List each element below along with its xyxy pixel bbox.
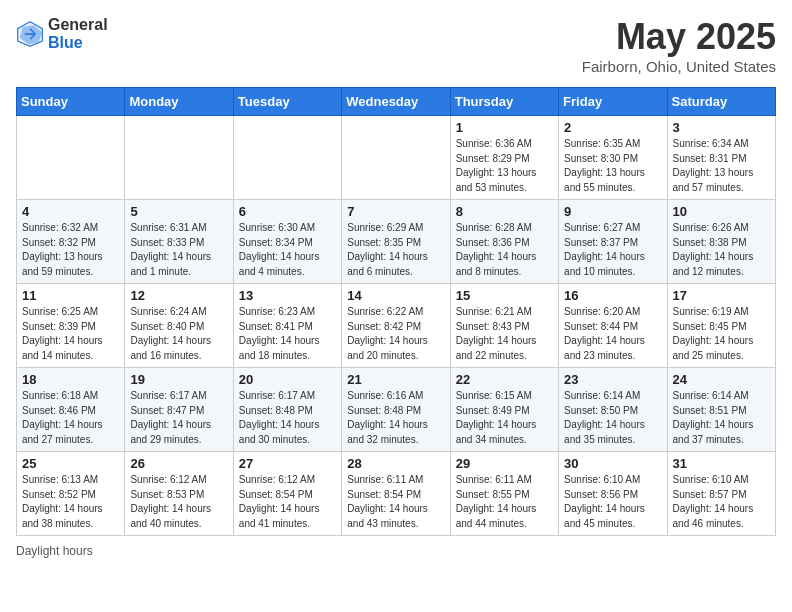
day-number: 13 <box>239 288 336 303</box>
page-subtitle: Fairborn, Ohio, United States <box>582 58 776 75</box>
day-info: Sunrise: 6:32 AM Sunset: 8:32 PM Dayligh… <box>22 221 119 279</box>
calendar-cell: 11Sunrise: 6:25 AM Sunset: 8:39 PM Dayli… <box>17 284 125 368</box>
day-number: 3 <box>673 120 770 135</box>
logo-blue: Blue <box>48 34 108 52</box>
day-info: Sunrise: 6:25 AM Sunset: 8:39 PM Dayligh… <box>22 305 119 363</box>
day-number: 28 <box>347 456 444 471</box>
day-number: 17 <box>673 288 770 303</box>
logo: General Blue <box>16 16 108 51</box>
daylight-label: Daylight hours <box>16 544 93 558</box>
calendar-cell <box>342 116 450 200</box>
day-info: Sunrise: 6:27 AM Sunset: 8:37 PM Dayligh… <box>564 221 661 279</box>
calendar-cell: 24Sunrise: 6:14 AM Sunset: 8:51 PM Dayli… <box>667 368 775 452</box>
calendar-cell: 25Sunrise: 6:13 AM Sunset: 8:52 PM Dayli… <box>17 452 125 536</box>
calendar-cell: 9Sunrise: 6:27 AM Sunset: 8:37 PM Daylig… <box>559 200 667 284</box>
calendar-cell: 4Sunrise: 6:32 AM Sunset: 8:32 PM Daylig… <box>17 200 125 284</box>
day-number: 29 <box>456 456 553 471</box>
day-info: Sunrise: 6:26 AM Sunset: 8:38 PM Dayligh… <box>673 221 770 279</box>
day-number: 26 <box>130 456 227 471</box>
calendar-cell: 7Sunrise: 6:29 AM Sunset: 8:35 PM Daylig… <box>342 200 450 284</box>
logo-text: General Blue <box>48 16 108 51</box>
day-info: Sunrise: 6:14 AM Sunset: 8:51 PM Dayligh… <box>673 389 770 447</box>
calendar-cell: 23Sunrise: 6:14 AM Sunset: 8:50 PM Dayli… <box>559 368 667 452</box>
calendar-cell: 12Sunrise: 6:24 AM Sunset: 8:40 PM Dayli… <box>125 284 233 368</box>
calendar-cell: 30Sunrise: 6:10 AM Sunset: 8:56 PM Dayli… <box>559 452 667 536</box>
day-number: 30 <box>564 456 661 471</box>
day-info: Sunrise: 6:17 AM Sunset: 8:47 PM Dayligh… <box>130 389 227 447</box>
calendar-cell: 13Sunrise: 6:23 AM Sunset: 8:41 PM Dayli… <box>233 284 341 368</box>
day-number: 8 <box>456 204 553 219</box>
title-block: May 2025 Fairborn, Ohio, United States <box>582 16 776 75</box>
calendar-cell <box>17 116 125 200</box>
calendar-col-thursday: Thursday <box>450 88 558 116</box>
calendar-cell: 20Sunrise: 6:17 AM Sunset: 8:48 PM Dayli… <box>233 368 341 452</box>
day-number: 2 <box>564 120 661 135</box>
day-info: Sunrise: 6:24 AM Sunset: 8:40 PM Dayligh… <box>130 305 227 363</box>
calendar-cell: 28Sunrise: 6:11 AM Sunset: 8:54 PM Dayli… <box>342 452 450 536</box>
calendar-col-saturday: Saturday <box>667 88 775 116</box>
day-info: Sunrise: 6:14 AM Sunset: 8:50 PM Dayligh… <box>564 389 661 447</box>
day-info: Sunrise: 6:35 AM Sunset: 8:30 PM Dayligh… <box>564 137 661 195</box>
calendar-cell: 26Sunrise: 6:12 AM Sunset: 8:53 PM Dayli… <box>125 452 233 536</box>
day-info: Sunrise: 6:36 AM Sunset: 8:29 PM Dayligh… <box>456 137 553 195</box>
logo-icon <box>16 20 44 48</box>
day-number: 27 <box>239 456 336 471</box>
day-number: 4 <box>22 204 119 219</box>
day-number: 22 <box>456 372 553 387</box>
day-info: Sunrise: 6:13 AM Sunset: 8:52 PM Dayligh… <box>22 473 119 531</box>
calendar-cell <box>233 116 341 200</box>
calendar-week-2: 4Sunrise: 6:32 AM Sunset: 8:32 PM Daylig… <box>17 200 776 284</box>
day-number: 25 <box>22 456 119 471</box>
calendar-cell: 16Sunrise: 6:20 AM Sunset: 8:44 PM Dayli… <box>559 284 667 368</box>
day-info: Sunrise: 6:34 AM Sunset: 8:31 PM Dayligh… <box>673 137 770 195</box>
day-number: 20 <box>239 372 336 387</box>
calendar-col-monday: Monday <box>125 88 233 116</box>
day-number: 19 <box>130 372 227 387</box>
day-info: Sunrise: 6:12 AM Sunset: 8:53 PM Dayligh… <box>130 473 227 531</box>
day-number: 10 <box>673 204 770 219</box>
day-info: Sunrise: 6:18 AM Sunset: 8:46 PM Dayligh… <box>22 389 119 447</box>
day-number: 18 <box>22 372 119 387</box>
calendar-footer: Daylight hours <box>16 544 776 558</box>
calendar-cell: 18Sunrise: 6:18 AM Sunset: 8:46 PM Dayli… <box>17 368 125 452</box>
calendar-col-sunday: Sunday <box>17 88 125 116</box>
calendar-cell: 15Sunrise: 6:21 AM Sunset: 8:43 PM Dayli… <box>450 284 558 368</box>
calendar-cell: 6Sunrise: 6:30 AM Sunset: 8:34 PM Daylig… <box>233 200 341 284</box>
calendar-cell: 17Sunrise: 6:19 AM Sunset: 8:45 PM Dayli… <box>667 284 775 368</box>
day-info: Sunrise: 6:17 AM Sunset: 8:48 PM Dayligh… <box>239 389 336 447</box>
day-info: Sunrise: 6:23 AM Sunset: 8:41 PM Dayligh… <box>239 305 336 363</box>
calendar-cell: 27Sunrise: 6:12 AM Sunset: 8:54 PM Dayli… <box>233 452 341 536</box>
calendar-week-1: 1Sunrise: 6:36 AM Sunset: 8:29 PM Daylig… <box>17 116 776 200</box>
page-title: May 2025 <box>582 16 776 58</box>
calendar-cell: 3Sunrise: 6:34 AM Sunset: 8:31 PM Daylig… <box>667 116 775 200</box>
day-info: Sunrise: 6:29 AM Sunset: 8:35 PM Dayligh… <box>347 221 444 279</box>
day-info: Sunrise: 6:12 AM Sunset: 8:54 PM Dayligh… <box>239 473 336 531</box>
calendar-header-row: SundayMondayTuesdayWednesdayThursdayFrid… <box>17 88 776 116</box>
calendar-cell <box>125 116 233 200</box>
calendar-cell: 14Sunrise: 6:22 AM Sunset: 8:42 PM Dayli… <box>342 284 450 368</box>
calendar-cell: 2Sunrise: 6:35 AM Sunset: 8:30 PM Daylig… <box>559 116 667 200</box>
day-number: 5 <box>130 204 227 219</box>
calendar-week-4: 18Sunrise: 6:18 AM Sunset: 8:46 PM Dayli… <box>17 368 776 452</box>
calendar-cell: 5Sunrise: 6:31 AM Sunset: 8:33 PM Daylig… <box>125 200 233 284</box>
day-info: Sunrise: 6:11 AM Sunset: 8:54 PM Dayligh… <box>347 473 444 531</box>
day-info: Sunrise: 6:10 AM Sunset: 8:56 PM Dayligh… <box>564 473 661 531</box>
day-info: Sunrise: 6:19 AM Sunset: 8:45 PM Dayligh… <box>673 305 770 363</box>
calendar-week-5: 25Sunrise: 6:13 AM Sunset: 8:52 PM Dayli… <box>17 452 776 536</box>
day-info: Sunrise: 6:28 AM Sunset: 8:36 PM Dayligh… <box>456 221 553 279</box>
day-info: Sunrise: 6:16 AM Sunset: 8:48 PM Dayligh… <box>347 389 444 447</box>
page-header: General Blue May 2025 Fairborn, Ohio, Un… <box>16 16 776 75</box>
day-number: 16 <box>564 288 661 303</box>
day-info: Sunrise: 6:22 AM Sunset: 8:42 PM Dayligh… <box>347 305 444 363</box>
day-number: 7 <box>347 204 444 219</box>
day-number: 14 <box>347 288 444 303</box>
calendar-col-wednesday: Wednesday <box>342 88 450 116</box>
day-number: 31 <box>673 456 770 471</box>
logo-general: General <box>48 16 108 34</box>
day-info: Sunrise: 6:15 AM Sunset: 8:49 PM Dayligh… <box>456 389 553 447</box>
day-info: Sunrise: 6:11 AM Sunset: 8:55 PM Dayligh… <box>456 473 553 531</box>
day-number: 12 <box>130 288 227 303</box>
calendar-cell: 19Sunrise: 6:17 AM Sunset: 8:47 PM Dayli… <box>125 368 233 452</box>
day-info: Sunrise: 6:31 AM Sunset: 8:33 PM Dayligh… <box>130 221 227 279</box>
calendar-col-friday: Friday <box>559 88 667 116</box>
